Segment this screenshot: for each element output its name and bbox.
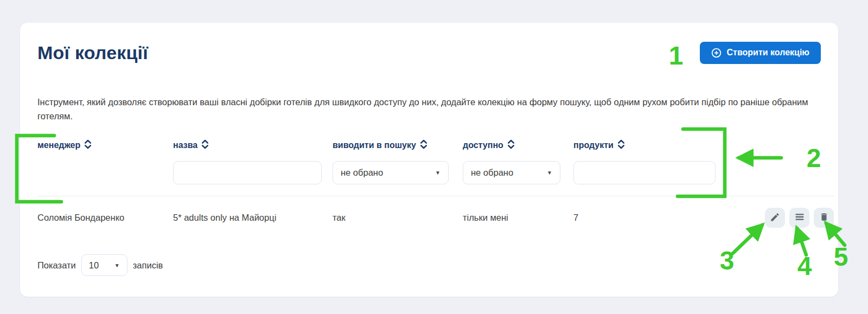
create-collection-button[interactable]: Створити колекцію (700, 42, 821, 64)
caret-down-icon: ▼ (114, 262, 120, 268)
sort-icon (617, 139, 625, 152)
cell-products: 7 (573, 213, 717, 223)
column-header-available[interactable]: доступно (463, 139, 573, 152)
column-label: продукти (573, 140, 614, 150)
sort-icon (507, 139, 515, 152)
show-label: Показати (37, 260, 76, 271)
plus-circle-icon (711, 48, 722, 58)
column-header-products[interactable]: продукти (573, 139, 717, 152)
table-filter-row: не обрано ▼ не обрано ▼ (37, 161, 834, 184)
filter-show-in-search-select[interactable]: не обрано ▼ (333, 161, 449, 184)
caret-down-icon: ▼ (547, 170, 552, 176)
card-header: Мої колекції Створити колекцію (37, 41, 821, 65)
sort-icon (420, 139, 427, 152)
pagination: Показати 10 ▼ записів (37, 254, 821, 276)
page-description: Інструмент, який дозволяє створювати ваш… (37, 95, 815, 123)
column-label: назва (173, 140, 197, 150)
cell-available: тільки мені (463, 213, 573, 223)
collections-table: менеджер назва виводити в пошуку доступн… (37, 139, 834, 228)
select-value: не обрано (471, 168, 513, 178)
records-label: записів (133, 260, 163, 271)
table-header-row: менеджер назва виводити в пошуку доступн… (37, 139, 834, 152)
cell-name: 5* adults only на Майорці (173, 213, 333, 223)
caret-down-icon: ▼ (435, 170, 441, 176)
column-label: доступно (463, 140, 503, 150)
details-list-button[interactable] (789, 208, 809, 228)
create-collection-label: Створити колекцію (727, 48, 810, 57)
column-header-manager[interactable]: менеджер (37, 139, 173, 152)
edit-button[interactable] (765, 208, 785, 228)
filter-products-input[interactable] (573, 161, 716, 184)
sort-icon (201, 139, 209, 152)
page-title: Мої колекції (37, 41, 148, 65)
sort-icon (84, 139, 92, 152)
column-header-show-in-search[interactable]: виводити в пошуку (333, 139, 463, 152)
column-header-name[interactable]: назва (173, 139, 333, 152)
per-page-select[interactable]: 10 ▼ (81, 254, 127, 276)
trash-icon (819, 212, 829, 223)
column-label: виводити в пошуку (333, 140, 416, 150)
select-value: не обрано (341, 168, 383, 178)
collections-card: Мої колекції Створити колекцію Інструмен… (20, 23, 838, 297)
table-row: Соломія Бондаренко 5* adults only на Май… (37, 196, 834, 228)
list-icon (794, 212, 805, 224)
cell-show-in-search: так (333, 213, 463, 223)
filter-name-input[interactable] (173, 161, 322, 184)
column-label: менеджер (37, 140, 80, 150)
filter-available-select[interactable]: не обрано ▼ (463, 161, 560, 184)
delete-button[interactable] (814, 208, 834, 228)
per-page-value: 10 (89, 260, 99, 271)
pencil-icon (770, 212, 780, 224)
cell-manager: Соломія Бондаренко (37, 213, 173, 223)
